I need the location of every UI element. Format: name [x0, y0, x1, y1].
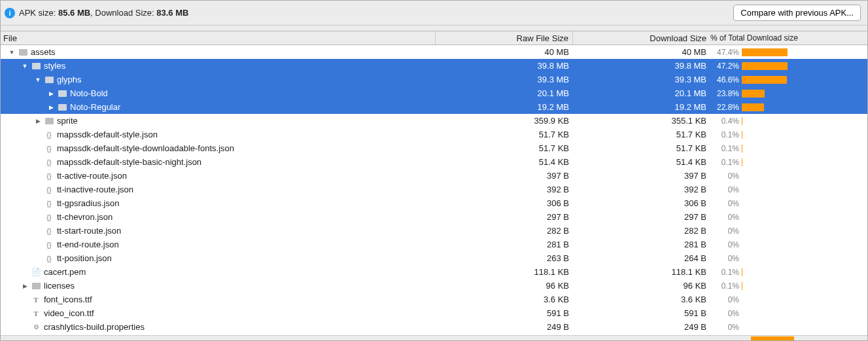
- raw-size: 359.9 KB: [436, 114, 573, 128]
- percent-value: 0%: [728, 254, 739, 263]
- folder-icon: [31, 62, 41, 71]
- table-row[interactable]: ▶video_icon.ttf591 B591 B0%: [1, 306, 867, 320]
- json-icon: [44, 199, 54, 208]
- header-raw[interactable]: Raw File Size: [436, 31, 573, 45]
- file-name: tt-chevron.json: [57, 212, 113, 222]
- percent-value: 0%: [728, 213, 739, 222]
- download-size: 118.1 KB: [573, 265, 710, 279]
- json-icon: [44, 226, 54, 236]
- percent-value: 46.6%: [717, 75, 739, 84]
- file-name: sprite: [57, 116, 78, 126]
- table-row[interactable]: ▶sprite359.9 KB355.1 KB0.4%: [1, 114, 867, 128]
- chevron-down-icon[interactable]: ▼: [35, 77, 41, 83]
- apk-analyzer-window: i APK size: 85.6 MB, Download Size: 83.6…: [0, 0, 868, 341]
- raw-size: 40 MB: [436, 45, 573, 59]
- table-row[interactable]: ▶font_icons.ttf3.6 KB3.6 KB0%: [1, 293, 867, 306]
- raw-size: 249 B: [436, 320, 573, 334]
- table-row[interactable]: ▶Noto-Bold20.1 MB20.1 MB23.8%: [1, 86, 867, 100]
- json-icon: [44, 254, 54, 263]
- percent-bar: [742, 117, 742, 125]
- percent-value: 47.4%: [717, 48, 739, 57]
- percent-value: 0%: [728, 171, 739, 181]
- raw-size: 392 B: [436, 183, 573, 196]
- download-size: 19.2 MB: [573, 100, 710, 114]
- percent-bar: [742, 103, 764, 111]
- file-name: cacert.pem: [44, 267, 86, 277]
- table-row[interactable]: ▶cacert.pem118.1 KB118.1 KB0.1%: [1, 265, 867, 279]
- file-name: styles: [44, 61, 65, 71]
- file-name: tt-position.json: [57, 253, 112, 263]
- header-dl[interactable]: Download Size: [573, 31, 710, 45]
- download-size: 392 B: [573, 183, 710, 196]
- download-size: 40 MB: [573, 45, 710, 59]
- chevron-right-icon[interactable]: ▶: [48, 104, 54, 111]
- ttf-icon: [31, 295, 41, 304]
- table-row[interactable]: ▶tt-chevron.json297 B297 B0%: [1, 210, 867, 224]
- table-row[interactable]: ▶tt-inactive-route.json392 B392 B0%: [1, 183, 867, 196]
- info-icon: i: [5, 8, 15, 18]
- folder-icon: [44, 117, 54, 126]
- download-size: 3.6 KB: [573, 293, 710, 306]
- table-row[interactable]: ▶tt-end-route.json281 B281 B0%: [1, 238, 867, 251]
- download-size: 20.1 MB: [573, 86, 710, 100]
- raw-size: 282 B: [436, 224, 573, 238]
- raw-size: 306 B: [436, 196, 573, 210]
- percent-bar: [742, 48, 788, 56]
- download-size: 51.7 KB: [573, 141, 710, 155]
- json-icon: [44, 185, 54, 194]
- header-pct[interactable]: % of Total Download size: [710, 31, 867, 45]
- table-row[interactable]: ▶tt-active-route.json397 B397 B0%: [1, 169, 867, 183]
- raw-size: 297 B: [436, 210, 573, 224]
- percent-value: 0.1%: [721, 144, 739, 153]
- table-row[interactable]: ▼assets40 MB40 MB47.4%: [1, 45, 867, 59]
- download-size: 355.1 KB: [573, 114, 710, 128]
- file-name: assets: [31, 47, 56, 57]
- header-file[interactable]: File: [1, 31, 436, 45]
- file-tree-body[interactable]: ▼assets40 MB40 MB47.4%▼styles39.8 MB39.8…: [1, 45, 867, 335]
- file-name: tt-gpsradius.json: [57, 198, 119, 208]
- chevron-down-icon[interactable]: ▼: [22, 63, 28, 69]
- json-icon: [44, 213, 54, 222]
- percent-bar: [742, 90, 765, 98]
- table-row[interactable]: ▼glyphs39.3 MB39.3 MB46.6%: [1, 73, 867, 86]
- percent-bar: [742, 76, 787, 84]
- file-name: video_icon.ttf: [44, 308, 94, 318]
- chevron-right-icon[interactable]: ▶: [48, 90, 54, 97]
- table-row[interactable]: ▼styles39.8 MB39.8 MB47.2%: [1, 59, 867, 73]
- json-icon: [44, 171, 54, 181]
- table-row[interactable]: ▶licenses96 KB96 KB0.1%: [1, 279, 867, 293]
- raw-size: 51.4 KB: [436, 155, 573, 169]
- table-row[interactable]: ▶mapssdk-default-style-downloadable-font…: [1, 141, 867, 155]
- table-row[interactable]: ▶Noto-Regular19.2 MB19.2 MB22.8%: [1, 100, 867, 114]
- footer-bar-icon: [751, 336, 794, 340]
- table-row[interactable]: ▶tt-gpsradius.json306 B306 B0%: [1, 196, 867, 210]
- download-size: 591 B: [573, 306, 710, 320]
- apk-size-summary: i APK size: 85.6 MB, Download Size: 83.6…: [5, 8, 188, 18]
- apk-size-label: APK size:: [19, 8, 58, 18]
- table-row[interactable]: ▶mapssdk-default-style.json51.7 KB51.7 K…: [1, 128, 867, 141]
- file-name: glyphs: [57, 75, 82, 84]
- chevron-right-icon[interactable]: ▶: [35, 118, 41, 124]
- chevron-down-icon[interactable]: ▼: [9, 49, 15, 56]
- file-name: crashlytics-build.properties: [44, 322, 145, 332]
- table-row[interactable]: ▶crashlytics-build.properties249 B249 B0…: [1, 320, 867, 334]
- raw-size: 118.1 KB: [436, 265, 573, 279]
- table-header: File Raw File Size Download Size % of To…: [1, 31, 867, 45]
- percent-value: 0.1%: [721, 158, 739, 167]
- raw-size: 263 B: [436, 251, 573, 265]
- raw-size: 397 B: [436, 169, 573, 183]
- download-size: 264 B: [573, 251, 710, 265]
- table-row[interactable]: ▶tt-start-route.json282 B282 B0%: [1, 224, 867, 238]
- size-text: APK size: 85.6 MB, Download Size: 83.6 M…: [19, 8, 188, 18]
- compare-button[interactable]: Compare with previous APK...: [733, 5, 861, 21]
- percent-value: 0.1%: [721, 130, 739, 139]
- percent-value: 47.2%: [717, 62, 739, 71]
- table-row[interactable]: ▶mapssdk-default-style-basic-night.json5…: [1, 155, 867, 169]
- file-name: tt-active-route.json: [57, 171, 127, 181]
- folder-icon: [18, 48, 28, 57]
- raw-size: 39.3 MB: [436, 73, 573, 86]
- chevron-right-icon[interactable]: ▶: [22, 283, 28, 289]
- table-row[interactable]: ▶tt-position.json263 B264 B0%: [1, 251, 867, 265]
- download-size: 297 B: [573, 210, 710, 224]
- download-size-value: 83.6 MB: [156, 8, 188, 18]
